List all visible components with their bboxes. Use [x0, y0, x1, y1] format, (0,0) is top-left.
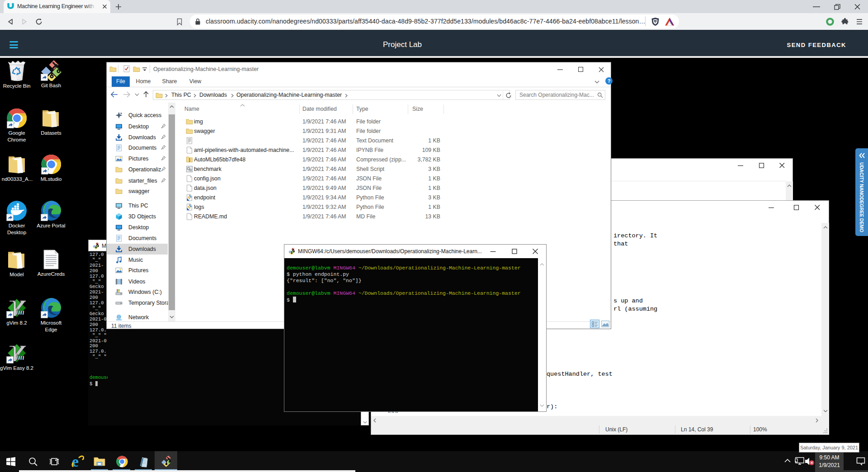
svg-text:im: im	[16, 307, 24, 316]
svg-text:im: im	[16, 353, 24, 362]
